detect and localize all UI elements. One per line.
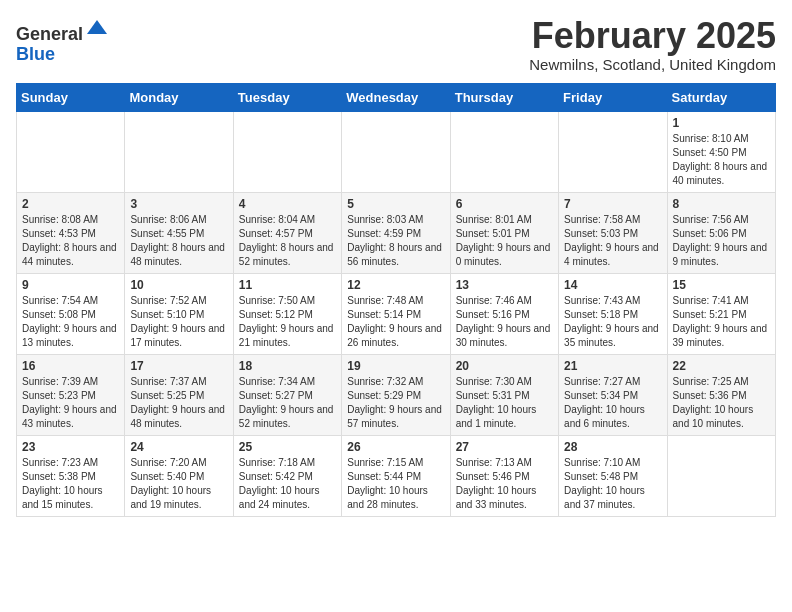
day-number: 12 [347,278,444,292]
day-info: Sunrise: 7:27 AM Sunset: 5:34 PM Dayligh… [564,375,661,431]
calendar-week-4: 16Sunrise: 7:39 AM Sunset: 5:23 PM Dayli… [17,354,776,435]
day-number: 2 [22,197,119,211]
calendar-cell: 10Sunrise: 7:52 AM Sunset: 5:10 PM Dayli… [125,273,233,354]
weekday-header-tuesday: Tuesday [233,83,341,111]
calendar-cell [17,111,125,192]
calendar-cell [233,111,341,192]
day-number: 13 [456,278,553,292]
logo-blue-text: Blue [16,44,55,64]
day-info: Sunrise: 8:04 AM Sunset: 4:57 PM Dayligh… [239,213,336,269]
day-number: 6 [456,197,553,211]
calendar-cell: 21Sunrise: 7:27 AM Sunset: 5:34 PM Dayli… [559,354,667,435]
day-info: Sunrise: 7:25 AM Sunset: 5:36 PM Dayligh… [673,375,770,431]
day-number: 16 [22,359,119,373]
logo-icon [85,16,109,40]
day-info: Sunrise: 8:03 AM Sunset: 4:59 PM Dayligh… [347,213,444,269]
calendar-cell: 17Sunrise: 7:37 AM Sunset: 5:25 PM Dayli… [125,354,233,435]
calendar-cell: 6Sunrise: 8:01 AM Sunset: 5:01 PM Daylig… [450,192,558,273]
day-info: Sunrise: 8:06 AM Sunset: 4:55 PM Dayligh… [130,213,227,269]
day-info: Sunrise: 7:37 AM Sunset: 5:25 PM Dayligh… [130,375,227,431]
day-info: Sunrise: 7:39 AM Sunset: 5:23 PM Dayligh… [22,375,119,431]
calendar-cell: 14Sunrise: 7:43 AM Sunset: 5:18 PM Dayli… [559,273,667,354]
calendar-cell [342,111,450,192]
day-number: 28 [564,440,661,454]
day-info: Sunrise: 7:58 AM Sunset: 5:03 PM Dayligh… [564,213,661,269]
day-info: Sunrise: 7:54 AM Sunset: 5:08 PM Dayligh… [22,294,119,350]
calendar-cell: 4Sunrise: 8:04 AM Sunset: 4:57 PM Daylig… [233,192,341,273]
day-info: Sunrise: 7:15 AM Sunset: 5:44 PM Dayligh… [347,456,444,512]
calendar-table: SundayMondayTuesdayWednesdayThursdayFrid… [16,83,776,517]
day-info: Sunrise: 7:23 AM Sunset: 5:38 PM Dayligh… [22,456,119,512]
day-info: Sunrise: 8:01 AM Sunset: 5:01 PM Dayligh… [456,213,553,269]
day-number: 5 [347,197,444,211]
day-info: Sunrise: 7:46 AM Sunset: 5:16 PM Dayligh… [456,294,553,350]
calendar-week-1: 1Sunrise: 8:10 AM Sunset: 4:50 PM Daylig… [17,111,776,192]
weekday-header-friday: Friday [559,83,667,111]
day-number: 27 [456,440,553,454]
day-number: 9 [22,278,119,292]
day-number: 8 [673,197,770,211]
title-block: February 2025 Newmilns, Scotland, United… [529,16,776,73]
calendar-cell [559,111,667,192]
weekday-header-sunday: Sunday [17,83,125,111]
day-number: 21 [564,359,661,373]
day-number: 19 [347,359,444,373]
calendar-cell: 2Sunrise: 8:08 AM Sunset: 4:53 PM Daylig… [17,192,125,273]
day-info: Sunrise: 7:41 AM Sunset: 5:21 PM Dayligh… [673,294,770,350]
calendar-cell [125,111,233,192]
day-info: Sunrise: 8:08 AM Sunset: 4:53 PM Dayligh… [22,213,119,269]
day-info: Sunrise: 7:32 AM Sunset: 5:29 PM Dayligh… [347,375,444,431]
weekday-header-monday: Monday [125,83,233,111]
day-number: 20 [456,359,553,373]
day-info: Sunrise: 7:10 AM Sunset: 5:48 PM Dayligh… [564,456,661,512]
day-number: 3 [130,197,227,211]
day-number: 25 [239,440,336,454]
day-number: 15 [673,278,770,292]
calendar-cell: 16Sunrise: 7:39 AM Sunset: 5:23 PM Dayli… [17,354,125,435]
day-info: Sunrise: 7:43 AM Sunset: 5:18 PM Dayligh… [564,294,661,350]
day-number: 1 [673,116,770,130]
weekday-header-thursday: Thursday [450,83,558,111]
calendar-cell: 28Sunrise: 7:10 AM Sunset: 5:48 PM Dayli… [559,435,667,516]
calendar-cell [667,435,775,516]
calendar-cell: 9Sunrise: 7:54 AM Sunset: 5:08 PM Daylig… [17,273,125,354]
calendar-cell: 19Sunrise: 7:32 AM Sunset: 5:29 PM Dayli… [342,354,450,435]
calendar-cell [450,111,558,192]
calendar-cell: 27Sunrise: 7:13 AM Sunset: 5:46 PM Dayli… [450,435,558,516]
day-info: Sunrise: 7:30 AM Sunset: 5:31 PM Dayligh… [456,375,553,431]
day-info: Sunrise: 7:52 AM Sunset: 5:10 PM Dayligh… [130,294,227,350]
day-number: 14 [564,278,661,292]
day-number: 10 [130,278,227,292]
day-info: Sunrise: 7:18 AM Sunset: 5:42 PM Dayligh… [239,456,336,512]
weekday-header-wednesday: Wednesday [342,83,450,111]
svg-marker-0 [87,20,107,34]
month-title: February 2025 [529,16,776,56]
calendar-cell: 13Sunrise: 7:46 AM Sunset: 5:16 PM Dayli… [450,273,558,354]
calendar-cell: 8Sunrise: 7:56 AM Sunset: 5:06 PM Daylig… [667,192,775,273]
day-info: Sunrise: 7:34 AM Sunset: 5:27 PM Dayligh… [239,375,336,431]
calendar-cell: 3Sunrise: 8:06 AM Sunset: 4:55 PM Daylig… [125,192,233,273]
calendar-cell: 20Sunrise: 7:30 AM Sunset: 5:31 PM Dayli… [450,354,558,435]
calendar-cell: 26Sunrise: 7:15 AM Sunset: 5:44 PM Dayli… [342,435,450,516]
day-number: 18 [239,359,336,373]
location-text: Newmilns, Scotland, United Kingdom [529,56,776,73]
day-info: Sunrise: 7:13 AM Sunset: 5:46 PM Dayligh… [456,456,553,512]
logo: General Blue [16,16,109,65]
day-number: 23 [22,440,119,454]
page-header: General Blue February 2025 Newmilns, Sco… [16,16,776,73]
calendar-week-3: 9Sunrise: 7:54 AM Sunset: 5:08 PM Daylig… [17,273,776,354]
day-number: 4 [239,197,336,211]
calendar-cell: 11Sunrise: 7:50 AM Sunset: 5:12 PM Dayli… [233,273,341,354]
day-number: 22 [673,359,770,373]
calendar-cell: 25Sunrise: 7:18 AM Sunset: 5:42 PM Dayli… [233,435,341,516]
calendar-cell: 1Sunrise: 8:10 AM Sunset: 4:50 PM Daylig… [667,111,775,192]
day-info: Sunrise: 7:56 AM Sunset: 5:06 PM Dayligh… [673,213,770,269]
calendar-week-5: 23Sunrise: 7:23 AM Sunset: 5:38 PM Dayli… [17,435,776,516]
calendar-week-2: 2Sunrise: 8:08 AM Sunset: 4:53 PM Daylig… [17,192,776,273]
day-info: Sunrise: 8:10 AM Sunset: 4:50 PM Dayligh… [673,132,770,188]
calendar-cell: 5Sunrise: 8:03 AM Sunset: 4:59 PM Daylig… [342,192,450,273]
day-number: 11 [239,278,336,292]
day-info: Sunrise: 7:48 AM Sunset: 5:14 PM Dayligh… [347,294,444,350]
calendar-cell: 7Sunrise: 7:58 AM Sunset: 5:03 PM Daylig… [559,192,667,273]
calendar-cell: 15Sunrise: 7:41 AM Sunset: 5:21 PM Dayli… [667,273,775,354]
